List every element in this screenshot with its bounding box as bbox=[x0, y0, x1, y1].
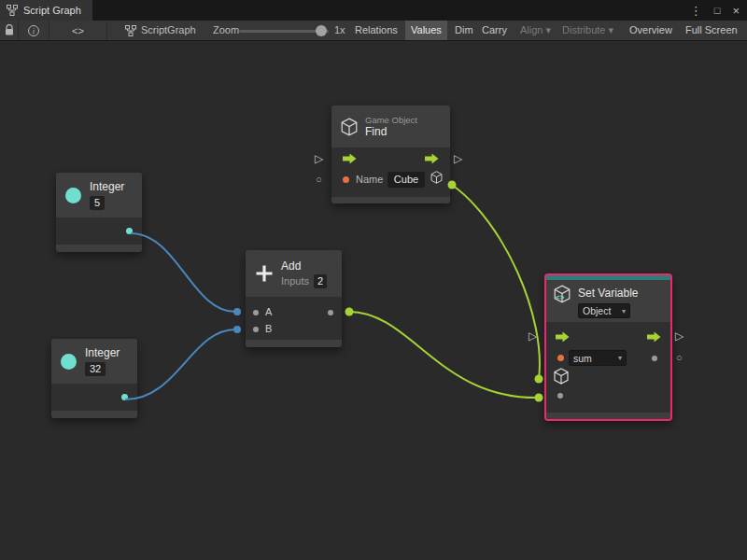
add-input-b-port[interactable] bbox=[253, 327, 259, 332]
node-category: Game Object bbox=[365, 115, 417, 125]
edit-source-button[interactable]: <> bbox=[49, 21, 107, 40]
add-icon bbox=[255, 264, 274, 283]
setvariable-object-connection-point[interactable] bbox=[535, 375, 543, 384]
lock-icon bbox=[5, 24, 14, 36]
zoom-label: Zoom bbox=[213, 21, 239, 40]
wire-integer5-to-add-a[interactable] bbox=[131, 233, 235, 312]
node-title: Set Variable bbox=[578, 287, 638, 300]
inputs-count-field[interactable]: 2 bbox=[314, 274, 327, 288]
set-variable-node[interactable]: <> Set Variable Object ▾ sum ▾ bbox=[544, 273, 672, 421]
toolbar-button-align[interactable]: Align ▾ bbox=[514, 21, 557, 40]
zoom-value: 1x bbox=[334, 21, 345, 40]
flow-in-arrow-icon[interactable] bbox=[343, 153, 357, 164]
add-result-connection-point[interactable] bbox=[345, 308, 354, 316]
find-flow-out-port[interactable]: ▷ bbox=[454, 153, 462, 165]
inputs-label: Inputs bbox=[281, 275, 309, 287]
find-node[interactable]: Game Object Find Name Cube bbox=[331, 105, 450, 203]
titlebar: Script Graph ⋮ □ × bbox=[0, 0, 747, 21]
find-name-in-port[interactable]: ○ bbox=[316, 174, 322, 186]
toolbar-button-overview[interactable]: Overview bbox=[624, 21, 678, 40]
wire-integer32-to-add-b[interactable] bbox=[125, 329, 235, 399]
tab-title: Script Graph bbox=[23, 5, 81, 16]
tab-script-graph[interactable]: Script Graph bbox=[0, 0, 92, 21]
wire-find-to-setvariable-object[interactable] bbox=[452, 185, 540, 379]
variable-scope-dropdown[interactable]: Object ▾ bbox=[578, 303, 630, 318]
graph-toolbar: i <> ScriptGraph Zoom 1x Relations Value… bbox=[0, 21, 747, 41]
inspect-button[interactable]: i bbox=[19, 21, 49, 40]
toolbar-button-fullscreen[interactable]: Full Screen bbox=[680, 21, 743, 40]
node-title: Integer bbox=[90, 180, 124, 193]
zoom-slider-knob[interactable] bbox=[316, 25, 327, 36]
integer-value-field[interactable]: 5 bbox=[90, 196, 105, 210]
object-input-port-icon[interactable] bbox=[554, 368, 569, 385]
code-icon: <> bbox=[72, 25, 84, 36]
graph-asset-name[interactable]: ScriptGraph bbox=[141, 21, 196, 40]
add-a-connection-point[interactable] bbox=[233, 308, 241, 315]
value-output-port[interactable] bbox=[652, 356, 657, 361]
integer-node-top[interactable]: Integer 5 bbox=[56, 173, 142, 252]
node-title: Integer bbox=[85, 346, 120, 359]
close-icon[interactable]: × bbox=[732, 4, 740, 18]
window-controls: ⋮ □ × bbox=[690, 0, 740, 21]
graph-tab-icon bbox=[7, 5, 18, 16]
wire-add-to-setvariable-value[interactable] bbox=[349, 312, 539, 398]
find-flow-in-port[interactable]: ▷ bbox=[315, 153, 323, 165]
toolbar-button-relations[interactable]: Relations bbox=[349, 21, 403, 40]
add-output-port[interactable] bbox=[328, 310, 333, 315]
toolbar-button-values[interactable]: Values bbox=[405, 21, 447, 40]
game-object-cube-icon bbox=[341, 118, 358, 136]
integer-value-field[interactable]: 32 bbox=[85, 362, 106, 376]
input-a-label: A bbox=[265, 306, 272, 317]
name-param-label: Name bbox=[356, 174, 383, 185]
graph-asset-icon bbox=[125, 25, 136, 36]
integer-type-icon bbox=[61, 354, 77, 370]
lock-button[interactable] bbox=[0, 21, 19, 40]
integer-node-bottom[interactable]: Integer 32 bbox=[51, 339, 137, 418]
add-input-a-port[interactable] bbox=[253, 310, 259, 315]
setvariable-flow-in-port[interactable]: ▷ bbox=[529, 330, 537, 343]
set-variable-icon: <> bbox=[554, 285, 572, 305]
node-title: Add bbox=[281, 259, 327, 273]
maximize-icon[interactable]: □ bbox=[714, 5, 721, 16]
chevron-down-icon: ▾ bbox=[622, 307, 626, 315]
integer-output-port[interactable] bbox=[121, 394, 128, 400]
variable-name-dropdown[interactable]: sum ▾ bbox=[569, 350, 627, 366]
chevron-down-icon: ▾ bbox=[618, 354, 622, 362]
unity-script-graph-window: Script Graph ⋮ □ × i <> ScriptGraph bbox=[0, 0, 747, 560]
flow-out-arrow-icon[interactable] bbox=[425, 153, 439, 164]
setvariable-flow-out-port[interactable]: ▷ bbox=[675, 330, 684, 343]
input-b-label: B bbox=[265, 323, 272, 334]
integer-type-icon bbox=[65, 188, 81, 203]
variable-code-glyph: <> bbox=[556, 293, 564, 301]
info-icon: i bbox=[28, 25, 39, 36]
toolbar-button-distribute[interactable]: Distribute ▾ bbox=[557, 21, 619, 40]
toolbar-button-dim[interactable]: Dim bbox=[449, 21, 479, 40]
flow-in-arrow-icon[interactable] bbox=[556, 331, 570, 343]
setvariable-value-out-port[interactable]: ○ bbox=[676, 352, 683, 364]
integer-output-port[interactable] bbox=[126, 228, 133, 234]
value-input-port[interactable] bbox=[557, 393, 563, 399]
find-name-port[interactable] bbox=[343, 176, 349, 183]
add-b-connection-point[interactable] bbox=[233, 326, 241, 333]
more-menu-icon[interactable]: ⋮ bbox=[690, 4, 702, 18]
add-node[interactable]: Add Inputs 2 A B bbox=[246, 250, 342, 347]
name-param-field[interactable]: Cube bbox=[388, 172, 425, 188]
variable-name-port[interactable] bbox=[557, 355, 564, 361]
gameobject-result-icon[interactable] bbox=[430, 171, 443, 184]
graph-canvas[interactable]: Integer 5 Integer 32 bbox=[0, 41, 747, 560]
toolbar-button-carry[interactable]: Carry bbox=[476, 21, 513, 40]
setvariable-value-connection-point[interactable] bbox=[535, 394, 543, 402]
node-title: Find bbox=[365, 125, 417, 138]
flow-out-arrow-icon[interactable] bbox=[647, 331, 661, 343]
